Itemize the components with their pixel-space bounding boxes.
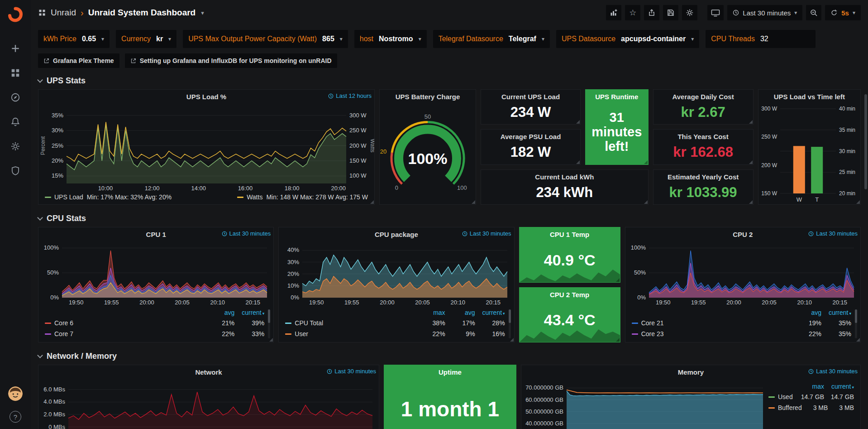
legend-sort-avg[interactable]: avg [205,309,234,316]
panel-resize-handle[interactable] [472,200,475,204]
legend-series[interactable]: UPS Load [54,193,83,201]
dashboard-link[interactable]: Setting up Grafana and InfluxDB for UPS … [125,53,337,68]
legend-series[interactable]: Core 6 [45,319,205,327]
panel-resize-handle[interactable] [576,120,580,124]
dashboard-link[interactable]: Grafana Plex Theme [38,53,119,68]
zoom-out-button[interactable] [806,5,821,20]
panel-title[interactable]: Network [195,368,222,376]
legend-sort-avg[interactable]: avg [445,309,475,316]
panel-resize-handle[interactable] [576,160,580,164]
panel-resize-handle[interactable] [269,338,273,342]
legend-sort-current[interactable]: current▾ [234,309,264,316]
share-dashboard-button[interactable] [644,5,659,20]
time-range-picker[interactable]: Last 30 minutes ▾ [727,5,802,20]
variable-input[interactable]: 32 [760,35,810,43]
panel-resize-handle[interactable] [616,278,620,282]
cpu1-chart-area[interactable]: 0%50%100%19:5019:5520:0020:0520:1020:15 [38,241,273,307]
legend-series[interactable]: Core 23 [632,330,792,337]
panel-time-range[interactable]: Last 30 minutes [327,368,376,375]
dashboard-settings-button[interactable] [682,5,697,20]
panel-time-range[interactable]: Last 30 minutes [462,230,511,237]
legend-series[interactable]: Used [768,393,794,400]
panel-resize-handle[interactable] [510,338,514,342]
variable-value[interactable]: Telegraf [509,35,536,43]
variable-value[interactable]: 0.65 [82,35,96,43]
legend-sort-current[interactable]: current▾ [824,383,854,390]
panel-title[interactable]: Average PSU Load [501,133,561,140]
section-ups-stats[interactable]: UPS Stats [38,76,861,86]
sidebar-item-create[interactable] [10,43,21,54]
sidebar-item-alerting[interactable] [10,116,21,128]
section-cpu-stats[interactable]: CPU Stats [38,214,861,223]
cpu-package-chart-area[interactable]: 0%10%20%30%40%19:5019:5520:0020:0520:102… [279,241,514,307]
ups-load-chart-area[interactable]: 15%20%25%30%35%100 W150 W200 W250 W300 W… [38,103,374,193]
panel-title[interactable]: Uptime [439,368,462,376]
panel-title[interactable]: UPS Runtime [595,93,638,101]
panel-time-range[interactable]: Last 30 minutes [222,230,271,237]
sidebar-item-server-admin[interactable] [10,165,21,177]
panel-resize-handle[interactable] [749,200,753,204]
panel-resize-handle[interactable] [616,338,620,342]
legend-sort-avg[interactable]: avg [792,309,821,316]
section-network-memory[interactable]: Network / Memory [38,352,861,361]
panel-resize-handle[interactable] [856,338,860,342]
panel-resize-handle[interactable] [749,120,753,124]
legend-scrollbar[interactable] [855,309,857,338]
panel-title[interactable]: CPU 1 [146,231,166,238]
panel-title[interactable]: CPU 2 [733,231,753,238]
user-avatar[interactable] [8,386,23,401]
legend-series[interactable]: Core 7 [45,330,205,337]
panel-title[interactable]: CPU 2 Temp [550,291,589,299]
add-panel-button[interactable] [606,5,621,20]
panel-title[interactable]: CPU 1 Temp [550,231,589,238]
panel-title[interactable]: UPS Battery Charge [396,93,460,101]
chevron-down-icon[interactable]: ▾ [201,10,204,16]
panel-time-range[interactable]: Last 12 hours [328,92,372,99]
panel-title[interactable]: UPS Load vs Time left [774,93,845,101]
panel-time-range[interactable]: Last 30 minutes [808,230,858,237]
panel-title[interactable]: UPS Load % [186,93,226,101]
panel-title[interactable]: Current Load kWh [535,173,594,181]
scrollbar-thumb[interactable] [864,94,867,189]
panel-resize-handle[interactable] [644,160,648,164]
panel-title[interactable]: CPU package [375,231,418,238]
legend-series[interactable]: Core 21 [632,319,792,327]
dashboard-title[interactable]: Unraid System Dashboard [88,8,196,18]
legend-series[interactable]: Watts [247,193,262,201]
breadcrumb-root[interactable]: Unraid [51,8,76,18]
panel-title[interactable]: Average Daily Cost [672,93,734,101]
cycle-view-button[interactable] [707,5,724,20]
help-button[interactable]: ? [10,411,21,423]
refresh-picker[interactable]: 5s ▾ [825,5,861,20]
variable-value[interactable]: 865 [322,35,334,43]
star-dashboard-button[interactable]: ☆ [625,5,640,20]
panel-resize-handle[interactable] [370,200,374,204]
save-dashboard-button[interactable] [663,5,678,20]
panel-resize-handle[interactable] [749,160,753,164]
legend-scrollbar[interactable] [509,309,511,338]
panel-title[interactable]: Memory [678,368,704,376]
legend-sort-current[interactable]: current▾ [475,309,505,316]
panel-title[interactable]: Current UPS Load [501,93,560,101]
legend-scrollbar[interactable] [268,309,270,338]
grafana-logo[interactable] [6,5,24,24]
sidebar-item-explore[interactable] [10,92,21,103]
panel-time-range[interactable]: Last 30 minutes [808,368,858,375]
network-chart-area[interactable]: 6.0 MBs4.0 MBs2.0 MBs0 MBs-2.0 MBs-4.0 M… [38,379,379,429]
legend-sort-max[interactable]: max [794,383,824,390]
legend-series[interactable]: Buffered [768,404,802,411]
legend-series[interactable]: CPU Total [285,319,415,327]
sidebar-item-dashboards[interactable] [10,67,21,79]
panel-resize-handle[interactable] [644,200,648,204]
panel-title[interactable]: This Years Cost [677,133,728,140]
legend-sort-max[interactable]: max [415,309,445,316]
legend-sort-current[interactable]: current▾ [821,309,851,316]
sidebar-item-configuration[interactable] [10,140,21,152]
variable-value[interactable]: Nostromo [379,35,413,43]
variable-value[interactable]: kr [156,35,163,43]
variable-value[interactable]: apcupsd-container [621,35,686,43]
ups-bar-chart-area[interactable]: 20 min25 min30 min35 min40 min150 W200 W… [758,103,860,204]
legend-series[interactable]: User [285,330,415,337]
panel-resize-handle[interactable] [856,200,860,204]
memory-chart-area[interactable]: 70.000000 GB60.000000 GB50.000000 GB40.0… [521,379,768,429]
